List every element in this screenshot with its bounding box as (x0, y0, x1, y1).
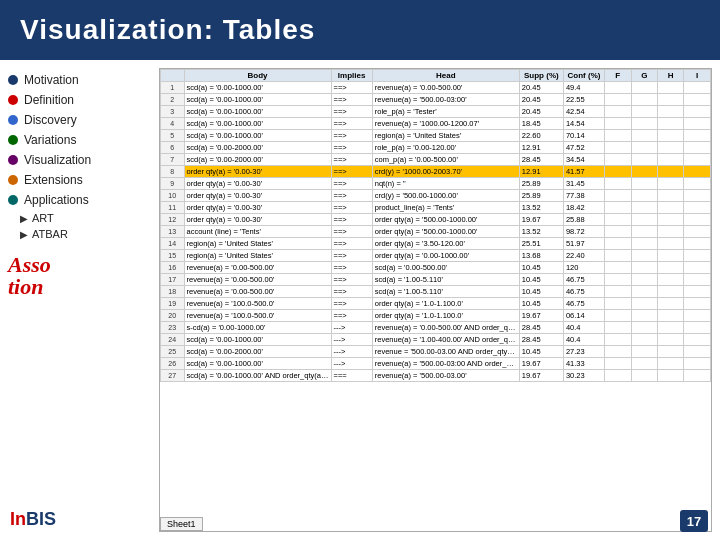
sidebar-item-extensions[interactable]: Extensions (0, 170, 155, 190)
cell-6 (605, 310, 631, 322)
cell-7 (631, 154, 657, 166)
cell-3: role_p(a) = '0.00-120.00' (372, 142, 519, 154)
cell-6 (605, 226, 631, 238)
sidebar-item-art[interactable]: ▶ ART (0, 210, 155, 226)
cell-5: 14.54 (563, 118, 604, 130)
cell-4: 19.67 (519, 310, 563, 322)
cell-6 (605, 82, 631, 94)
cell-3: scd(a) = '1.00-5.110' (372, 274, 519, 286)
row-number: 16 (161, 262, 185, 274)
cell-4: 18.45 (519, 118, 563, 130)
cell-8 (658, 202, 684, 214)
content-area: Body Implies Head Supp (%) Conf (%) F G … (155, 60, 720, 540)
cell-6 (605, 334, 631, 346)
cell-3: scd(a) = '1.00-5.110' (372, 286, 519, 298)
cell-8 (658, 286, 684, 298)
cell-2: ---> (331, 358, 372, 370)
col-header-implies: Implies (331, 70, 372, 82)
data-table: Body Implies Head Supp (%) Conf (%) F G … (160, 69, 711, 382)
table-row: 24scd(a) = '0.00-1000.00'--->revenue(a) … (161, 334, 711, 346)
spreadsheet[interactable]: Body Implies Head Supp (%) Conf (%) F G … (159, 68, 712, 532)
sub-arrow-icon: ▶ (20, 213, 28, 224)
cell-9 (684, 166, 711, 178)
cell-1: order qty(a) = '0.00-30' (184, 214, 331, 226)
cell-8 (658, 370, 684, 382)
cell-2: ==> (331, 190, 372, 202)
cell-2: ==> (331, 130, 372, 142)
page-number: 17 (680, 510, 708, 532)
row-number: 5 (161, 130, 185, 142)
bullet-icon (8, 95, 18, 105)
cell-2: ==> (331, 118, 372, 130)
cell-5: 49.4 (563, 82, 604, 94)
sidebar-item-applications[interactable]: Applications (0, 190, 155, 210)
cell-8 (658, 262, 684, 274)
cell-8 (658, 250, 684, 262)
table-row: 14region(a) = 'United States'==>order qt… (161, 238, 711, 250)
cell-9 (684, 286, 711, 298)
bullet-icon (8, 135, 18, 145)
inbis-logo: InBIS (10, 509, 56, 530)
cell-1: scd(a) = '0.00-2000.00' (184, 142, 331, 154)
cell-7 (631, 118, 657, 130)
cell-6 (605, 214, 631, 226)
cell-7 (631, 346, 657, 358)
row-number: 17 (161, 274, 185, 286)
cell-4: 13.52 (519, 226, 563, 238)
cell-2: ==> (331, 94, 372, 106)
cell-2: ==> (331, 226, 372, 238)
cell-7 (631, 82, 657, 94)
cell-8 (658, 178, 684, 190)
sidebar-item-discovery[interactable]: Discovery (0, 110, 155, 130)
row-number: 6 (161, 142, 185, 154)
cell-2: ==> (331, 238, 372, 250)
bullet-icon (8, 115, 18, 125)
cell-5: 51.97 (563, 238, 604, 250)
association-logo: Assotion (0, 250, 155, 302)
table-row: 7scd(a) = '0.00-2000.00'==>com_p(a) = '0… (161, 154, 711, 166)
cell-1: scd(a) = '0.00-1000.00' (184, 334, 331, 346)
cell-9 (684, 238, 711, 250)
cell-8 (658, 226, 684, 238)
bullet-icon (8, 155, 18, 165)
table-row: 2scd(a) = '0.00-1000.00'==>revenue(a) = … (161, 94, 711, 106)
cell-6 (605, 298, 631, 310)
cell-6 (605, 370, 631, 382)
cell-7 (631, 262, 657, 274)
cell-2: ---> (331, 322, 372, 334)
cell-4: 10.45 (519, 286, 563, 298)
cell-8 (658, 106, 684, 118)
cell-9 (684, 322, 711, 334)
sidebar-item-definition[interactable]: Definition (0, 90, 155, 110)
cell-9 (684, 190, 711, 202)
cell-2: ==> (331, 142, 372, 154)
sidebar-item-motivation[interactable]: Motivation (0, 70, 155, 90)
cell-9 (684, 298, 711, 310)
cell-3: scd(a) = '0.00-500.00' (372, 262, 519, 274)
cell-5: 25.88 (563, 214, 604, 226)
cell-8 (658, 346, 684, 358)
cell-7 (631, 250, 657, 262)
row-number: 12 (161, 214, 185, 226)
cell-2: ==> (331, 310, 372, 322)
cell-9 (684, 142, 711, 154)
cell-5: 46.75 (563, 274, 604, 286)
sidebar-item-visualization[interactable]: Visualization (0, 150, 155, 170)
sheet-tab[interactable]: Sheet1 (160, 517, 203, 531)
cell-5: 42.54 (563, 106, 604, 118)
cell-2: ==> (331, 298, 372, 310)
cell-3: crd(y) = '1000.00-2003.70' (372, 166, 519, 178)
cell-9 (684, 250, 711, 262)
cell-8 (658, 166, 684, 178)
cell-7 (631, 370, 657, 382)
cell-3: nqt(n) = '' (372, 178, 519, 190)
sidebar-item-atbar[interactable]: ▶ ATBAR (0, 226, 155, 242)
cell-3: order qty(a) = '3.50-120.00' (372, 238, 519, 250)
cell-8 (658, 190, 684, 202)
cell-9 (684, 358, 711, 370)
table-row: 13account (line) = 'Tents'==>order qty(a… (161, 226, 711, 238)
cell-5: 47.52 (563, 142, 604, 154)
sidebar: Motivation Definition Discovery Variatio… (0, 60, 155, 540)
bullet-icon (8, 175, 18, 185)
sidebar-item-variations[interactable]: Variations (0, 130, 155, 150)
